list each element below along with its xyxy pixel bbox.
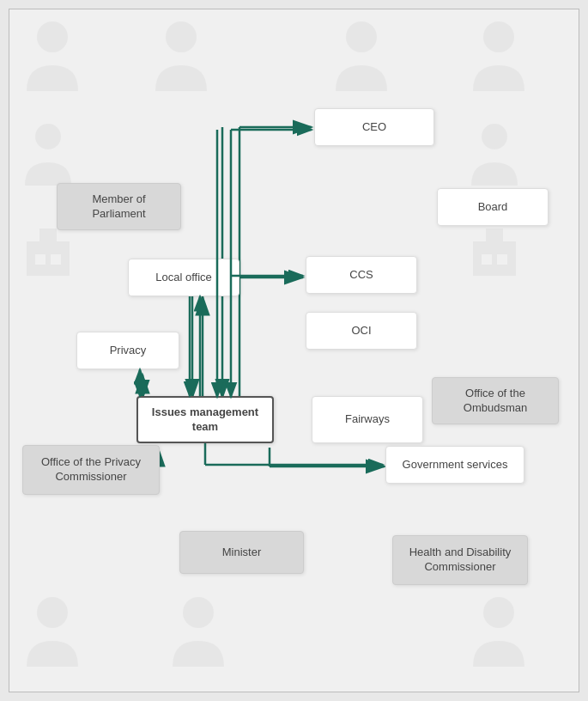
local-office-node: Local office (128, 259, 239, 296)
minister-label: Minister (222, 546, 262, 560)
privacy-node: Privacy (76, 332, 179, 369)
government-services-label: Government services (403, 458, 508, 472)
fairways-label: Fairways (345, 412, 390, 427)
svg-point-1 (166, 21, 197, 52)
member-parliament-node: Member ofParliament (57, 183, 181, 230)
svg-point-0 (37, 21, 68, 52)
health-commissioner-label: Health and DisabilityCommissioner (409, 546, 512, 575)
svg-point-3 (483, 21, 514, 52)
board-node: Board (437, 188, 549, 226)
svg-rect-7 (35, 254, 45, 265)
svg-point-2 (346, 21, 377, 52)
svg-rect-9 (39, 229, 57, 244)
svg-rect-11 (482, 254, 492, 265)
fairways-node: Fairways (312, 396, 423, 443)
privacy-commissioner-label: Office of the PrivacyCommissioner (41, 455, 141, 485)
privacy-label: Privacy (110, 344, 147, 358)
svg-point-15 (183, 597, 214, 628)
minister-node: Minister (179, 531, 304, 574)
ccs-label: CCS (349, 268, 373, 283)
svg-rect-8 (51, 254, 61, 265)
board-label: Board (478, 200, 508, 215)
ccs-node: CCS (306, 256, 417, 294)
issues-team-label: Issues managementteam (152, 405, 258, 435)
member-parliament-label: Member ofParliament (92, 192, 145, 222)
local-office-label: Local office (155, 271, 212, 285)
svg-point-4 (35, 124, 61, 149)
health-commissioner-node: Health and DisabilityCommissioner (392, 535, 528, 585)
privacy-commissioner-node: Office of the PrivacyCommissioner (22, 445, 160, 495)
ombudsman-label: Office of theOmbudsman (464, 387, 527, 416)
diagram-container: CEO Board Member ofParliament Local offi… (9, 9, 579, 692)
issues-team-node: Issues managementteam (136, 396, 274, 443)
ombudsman-node: Office of theOmbudsman (432, 377, 559, 424)
ceo-node: CEO (314, 108, 434, 146)
svg-rect-12 (497, 254, 507, 265)
svg-rect-13 (486, 229, 503, 244)
svg-rect-6 (27, 241, 70, 276)
ceo-label: CEO (362, 120, 386, 135)
oci-label: OCI (351, 324, 371, 338)
svg-rect-10 (473, 241, 516, 276)
svg-point-14 (37, 597, 68, 628)
svg-point-16 (483, 597, 514, 628)
oci-node: OCI (306, 312, 417, 350)
svg-point-5 (482, 124, 507, 149)
government-services-node: Government services (385, 446, 524, 484)
